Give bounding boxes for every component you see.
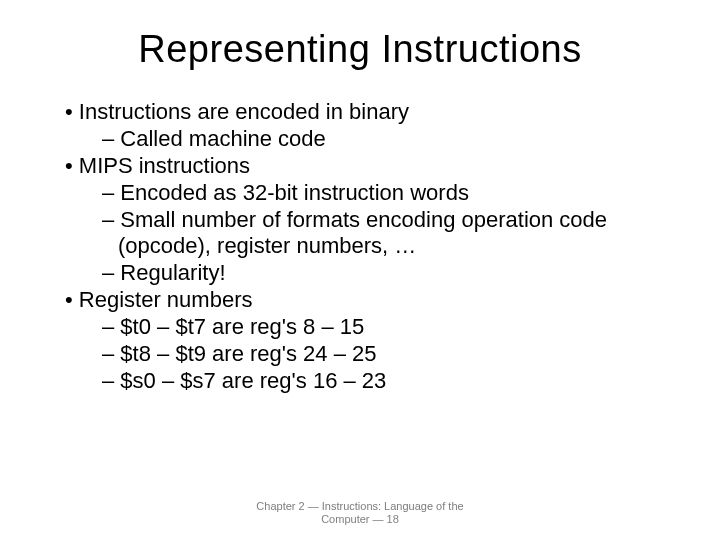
bullet-level2: $t8 – $t9 are reg's 24 – 25 bbox=[60, 341, 680, 367]
slide-footer: Chapter 2 — Instructions: Language of th… bbox=[0, 500, 720, 526]
bullet-level1: MIPS instructions bbox=[60, 153, 680, 179]
bullet-level2: Encoded as 32-bit instruction words bbox=[60, 180, 680, 206]
bullet-level2: Small number of formats encoding operati… bbox=[60, 207, 680, 259]
bullet-level1: Instructions are encoded in binary bbox=[60, 99, 680, 125]
footer-line: Computer — 18 bbox=[0, 513, 720, 526]
bullet-level2: Called machine code bbox=[60, 126, 680, 152]
slide-title: Representing Instructions bbox=[40, 28, 680, 71]
bullet-level2: $s0 – $s7 are reg's 16 – 23 bbox=[60, 368, 680, 394]
bullet-level2: Regularity! bbox=[60, 260, 680, 286]
slide: Representing Instructions Instructions a… bbox=[0, 0, 720, 540]
bullet-level2: $t0 – $t7 are reg's 8 – 15 bbox=[60, 314, 680, 340]
slide-content: Instructions are encoded in binary Calle… bbox=[40, 99, 680, 393]
footer-line: Chapter 2 — Instructions: Language of th… bbox=[0, 500, 720, 513]
bullet-level1: Register numbers bbox=[60, 287, 680, 313]
